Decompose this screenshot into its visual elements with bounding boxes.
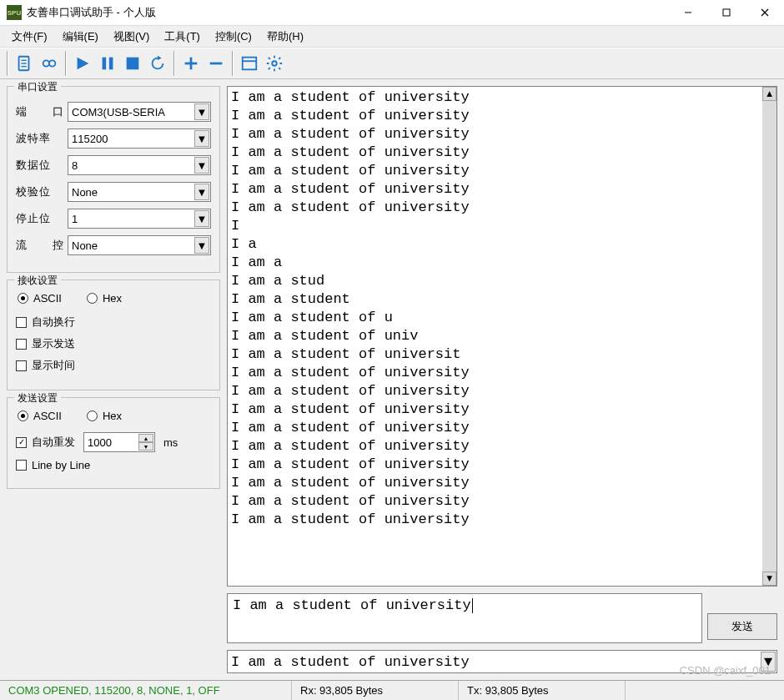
output-line: I am a stud (231, 272, 773, 290)
chevron-down-icon: ▼ (194, 237, 209, 254)
svg-rect-12 (109, 58, 113, 70)
output-line: I am a student of u (231, 309, 773, 327)
baud-label: 波特率 (16, 131, 64, 146)
checkbox-icon (16, 360, 27, 371)
svg-marker-10 (78, 58, 89, 70)
statusbar: COM3 OPENED, 115200, 8, NONE, 1, OFF Rx:… (0, 680, 784, 700)
output-line: I am a student of univ (231, 327, 773, 345)
radio-icon (87, 293, 98, 304)
close-button[interactable] (746, 0, 784, 26)
output-line: I a (231, 235, 773, 254)
line-by-line-checkbox[interactable]: Line by Line (16, 459, 211, 471)
output-line: I am a student of university (231, 107, 773, 125)
scroll-up-icon[interactable]: ▴ (762, 87, 776, 101)
output-line: I am a student of university (231, 456, 773, 474)
output-line: I am a student of university (231, 419, 773, 437)
databits-label: 数据位 (16, 158, 64, 173)
stopbits-combo[interactable]: 1▼ (68, 209, 211, 229)
output-line: I am a student of university (231, 474, 773, 492)
stopbits-label: 停止位 (16, 211, 64, 226)
output-line: I am a student of university (231, 511, 773, 529)
output-line: I am a (231, 254, 773, 272)
output-line: I am a student of university (231, 199, 773, 217)
send-text-input[interactable]: I am a student of university (227, 593, 702, 643)
menubar: 文件(F) 编辑(E) 视图(V) 工具(T) 控制(C) 帮助(H) (0, 26, 784, 48)
svg-point-8 (43, 60, 49, 66)
chevron-down-icon[interactable]: ▼ (138, 442, 153, 451)
refresh-button[interactable] (145, 51, 170, 76)
new-doc-button[interactable] (12, 51, 37, 76)
output-line: I am a student of university (231, 382, 773, 400)
menu-control[interactable]: 控制(C) (209, 26, 259, 48)
radio-icon (18, 410, 28, 421)
chevron-down-icon: ▼ (194, 157, 209, 174)
serial-settings-legend: 串口设置 (14, 80, 61, 94)
auto-wrap-checkbox[interactable]: 自动换行 (16, 315, 211, 330)
output-line: I am a student of university (231, 437, 773, 456)
flow-combo[interactable]: None▼ (68, 235, 211, 255)
output-line: I am a student of university (231, 144, 773, 162)
output-area[interactable]: I am a student of universityI am a stude… (227, 86, 777, 587)
play-button[interactable] (70, 51, 95, 76)
menu-file[interactable]: 文件(F) (5, 26, 54, 48)
scroll-down-icon[interactable]: ▾ (762, 572, 776, 586)
flow-label: 流控 (16, 238, 64, 253)
status-connection: COM3 OPENED, 115200, 8, NONE, 1, OFF (0, 681, 292, 700)
chevron-down-icon: ▼ (194, 103, 209, 120)
auto-resend-checkbox[interactable]: 自动重发 1000 ▲▼ ms (16, 432, 211, 452)
svg-rect-11 (103, 58, 107, 70)
send-button[interactable]: 发送 (707, 613, 777, 640)
send-settings-legend: 发送设置 (14, 391, 61, 405)
chevron-down-icon: ▼ (194, 210, 209, 227)
pause-button[interactable] (95, 51, 120, 76)
chevron-down-icon: ▼ (194, 184, 209, 200)
remove-button[interactable] (204, 51, 229, 76)
svg-rect-18 (243, 58, 257, 70)
status-rx: Rx: 93,805 Bytes (292, 681, 459, 700)
resend-interval-input[interactable]: 1000 ▲▼ (83, 432, 155, 452)
output-line: I am a student of university (231, 400, 773, 419)
menu-edit[interactable]: 编辑(E) (56, 26, 105, 48)
recv-ascii-radio[interactable]: ASCII (18, 292, 62, 305)
menu-view[interactable]: 视图(V) (107, 26, 156, 48)
svg-point-20 (272, 61, 277, 66)
serial-settings-group: 串口设置 端口 COM3(USB-SERIA▼ 波特率 115200▼ 数据位 … (7, 86, 220, 273)
checkbox-icon (16, 437, 27, 448)
port-combo[interactable]: COM3(USB-SERIA▼ (68, 102, 211, 122)
output-line: I (231, 217, 773, 235)
output-line: I am a student of university (231, 180, 773, 199)
titlebar: SPU 友善串口调试助手 - 个人版 (0, 0, 784, 26)
menu-help[interactable]: 帮助(H) (260, 26, 310, 48)
output-line: I am a student of university (231, 88, 773, 107)
svg-point-9 (49, 60, 55, 66)
maximize-button[interactable] (707, 0, 746, 26)
recv-hex-radio[interactable]: Hex (87, 292, 122, 305)
parity-combo[interactable]: None▼ (68, 182, 211, 202)
chevron-down-icon: ▼ (194, 130, 209, 147)
status-tx: Tx: 93,805 Bytes (459, 681, 626, 700)
window-button[interactable] (237, 51, 262, 76)
send-hex-radio[interactable]: Hex (87, 410, 122, 422)
app-icon: SPU (7, 5, 22, 20)
minimize-button[interactable] (669, 0, 707, 26)
window-title: 友善串口调试助手 - 个人版 (27, 5, 669, 20)
record-button[interactable] (37, 51, 62, 76)
svg-rect-1 (723, 9, 730, 16)
stop-button[interactable] (120, 51, 145, 76)
output-line: I am a student of universit (231, 345, 773, 364)
recv-settings-group: 接收设置 ASCII Hex 自动换行 显示发送 显示时间 (7, 279, 220, 390)
show-send-checkbox[interactable]: 显示发送 (16, 336, 211, 351)
add-button[interactable] (178, 51, 204, 76)
menu-tools[interactable]: 工具(T) (158, 26, 207, 48)
output-line: I am a student of university (231, 125, 773, 144)
vertical-scrollbar[interactable]: ▴ ▾ (762, 87, 776, 586)
output-line: I am a student of university (231, 162, 773, 180)
send-ascii-radio[interactable]: ASCII (18, 410, 62, 422)
show-time-checkbox[interactable]: 显示时间 (16, 358, 211, 373)
checkbox-icon (16, 317, 27, 328)
chevron-up-icon[interactable]: ▲ (138, 434, 153, 442)
toolbar (0, 48, 784, 79)
databits-combo[interactable]: 8▼ (68, 155, 211, 175)
settings-button[interactable] (262, 51, 287, 76)
baud-combo[interactable]: 115200▼ (68, 128, 211, 149)
